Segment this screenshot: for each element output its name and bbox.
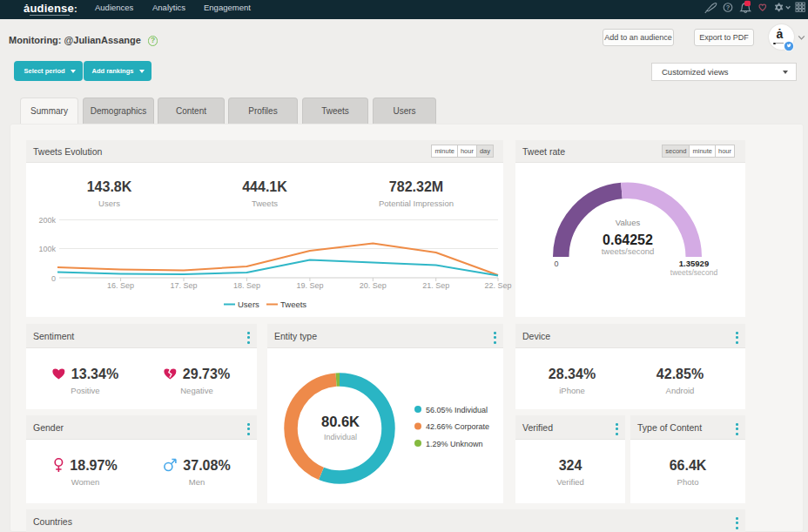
svg-text:1.29% Unknown: 1.29% Unknown [426,440,483,448]
svg-text:?: ? [726,3,731,11]
svg-text:200k: 200k [38,216,56,225]
svg-text:18. Sep: 18. Sep [233,281,260,290]
svg-text:22. Sep: 22. Sep [484,281,511,290]
svg-text:42.66% Corporate: 42.66% Corporate [426,422,489,431]
svg-text:20. Sep: 20. Sep [360,281,387,290]
svg-text:tweets/second: tweets/second [602,246,655,256]
svg-text:1.35929: 1.35929 [679,259,709,268]
svg-text:Tweets: Tweets [280,300,306,309]
svg-text:16. Sep: 16. Sep [107,281,134,290]
svg-text:21. Sep: 21. Sep [422,281,449,290]
svg-text:100k: 100k [38,245,56,253]
svg-text:Users: Users [238,300,259,309]
svg-text:56.05% Individual: 56.05% Individual [426,406,488,414]
svg-text:tweets/second: tweets/second [670,268,718,277]
svg-text:0.64252: 0.64252 [603,232,653,247]
svg-text:19. Sep: 19. Sep [296,281,323,290]
svg-text:Individual: Individual [324,433,357,441]
svg-text:0: 0 [554,259,558,268]
svg-text:Values: Values [616,218,641,227]
svg-text:17. Sep: 17. Sep [170,281,197,290]
svg-text:80.6K: 80.6K [321,414,360,429]
svg-text:0: 0 [51,274,56,283]
